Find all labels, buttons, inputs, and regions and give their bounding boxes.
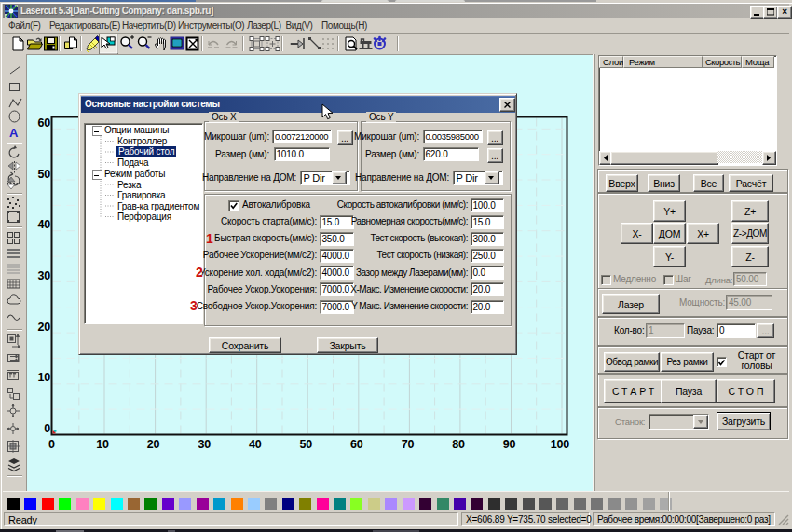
svg-text:30: 30	[37, 269, 50, 282]
svg-text:A: A	[9, 126, 19, 140]
svg-text:80: 80	[452, 438, 465, 451]
svg-text:30: 30	[198, 438, 211, 451]
svg-text:70: 70	[402, 438, 415, 451]
svg-text:0: 0	[44, 422, 50, 435]
svg-text:60: 60	[350, 438, 363, 451]
svg-text:60: 60	[37, 116, 50, 130]
svg-text:0: 0	[48, 438, 55, 451]
svg-text:40: 40	[37, 218, 50, 231]
svg-text:100: 100	[551, 438, 570, 451]
svg-text:10: 10	[96, 438, 109, 451]
svg-text:40: 40	[249, 438, 262, 451]
svg-text:20: 20	[37, 321, 50, 334]
svg-text:90: 90	[503, 438, 516, 451]
svg-text:10: 10	[37, 371, 50, 384]
svg-text:20: 20	[147, 438, 160, 451]
svg-text:50: 50	[299, 438, 312, 451]
svg-text:50: 50	[37, 168, 50, 181]
